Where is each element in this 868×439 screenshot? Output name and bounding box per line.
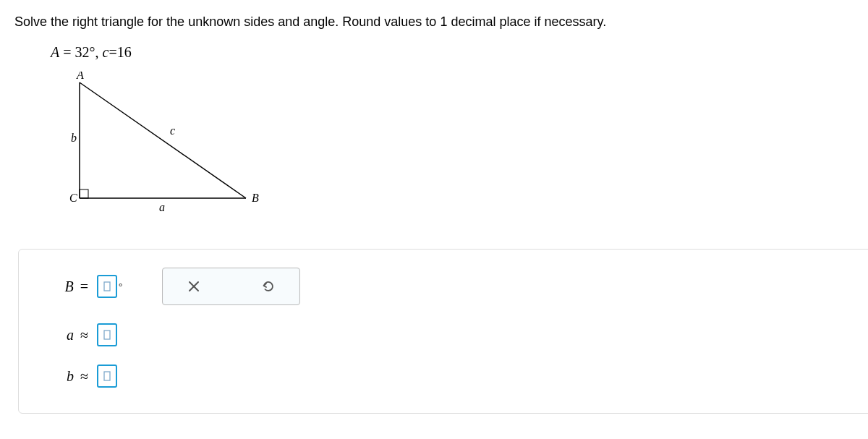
given-angle-eq: =	[59, 44, 75, 60]
vertex-C-label: C	[69, 192, 77, 204]
answer-a-op: ≈	[77, 327, 91, 343]
answer-a-var: a	[67, 327, 74, 343]
answer-B-op: =	[77, 278, 91, 294]
svg-line-2	[80, 82, 246, 198]
answer-b-op: ≈	[77, 368, 91, 384]
answer-b-label: b ≈	[41, 368, 97, 385]
svg-rect-7	[104, 331, 110, 339]
clear-button[interactable]	[184, 277, 203, 296]
answer-a-label: a ≈	[41, 327, 97, 344]
question-content: Solve the right triangle for the unknown…	[14, 14, 606, 29]
close-icon	[187, 280, 200, 293]
tool-group	[162, 268, 300, 305]
answer-B-label: B =	[41, 278, 97, 295]
answer-b-input[interactable]	[97, 365, 117, 388]
answer-b-var: b	[67, 368, 74, 384]
undo-button[interactable]	[258, 276, 278, 297]
given-sep: ,	[95, 44, 103, 60]
triangle-diagram: A C B b a c	[58, 72, 854, 227]
given-angle-val: 32	[75, 44, 90, 60]
given-side-eq: =	[109, 44, 116, 60]
side-a-label: a	[159, 201, 165, 213]
answer-container: B = ° a	[18, 249, 868, 414]
given-values: A = 32°, c=16	[51, 44, 854, 61]
svg-rect-8	[104, 372, 110, 380]
answer-B-input[interactable]	[97, 275, 117, 298]
svg-rect-4	[104, 282, 110, 291]
undo-icon	[260, 279, 275, 294]
given-side-val: 16	[117, 44, 132, 60]
vertex-B-label: B	[252, 192, 259, 204]
vertex-A-label: A	[76, 72, 84, 81]
side-c-label: c	[170, 124, 175, 137]
given-angle-var: A	[51, 44, 59, 60]
svg-rect-3	[80, 189, 88, 198]
answer-B-var: B	[65, 278, 74, 294]
given-angle-deg: °	[90, 44, 95, 60]
side-b-label: b	[71, 132, 77, 144]
answer-B-deg: °	[119, 281, 122, 292]
answer-a-input[interactable]	[97, 323, 117, 346]
question-text: Solve the right triangle for the unknown…	[14, 14, 854, 30]
